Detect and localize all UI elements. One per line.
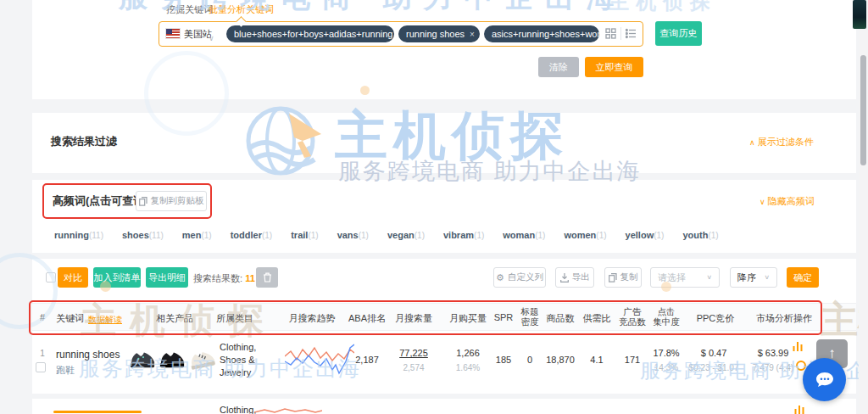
title-density-cell: 0 [517, 355, 542, 365]
highfreq-word[interactable]: women(1) [564, 230, 606, 240]
word-count: (1) [654, 231, 664, 240]
keyword-tag[interactable]: running shoes × [398, 25, 480, 42]
export-button[interactable]: 导出 [555, 267, 594, 288]
product-image [129, 345, 156, 371]
ppc-range-sub: $0.23 - $1.07 [683, 363, 744, 372]
highfreq-word[interactable]: yellow(1) [626, 230, 665, 240]
col-index: # [37, 312, 47, 322]
related-product-images[interactable] [129, 345, 215, 371]
col-keyword[interactable]: 关键词 [56, 312, 84, 325]
col-ad-competitors[interactable]: 广告 竞品数 [616, 306, 648, 327]
chevron-down-icon: ∨ [760, 198, 765, 206]
filter-section-title: 搜索结果过滤 [51, 134, 117, 149]
highfreq-word[interactable]: youth(1) [682, 230, 718, 240]
query-history-button[interactable]: 查询历史 [655, 21, 702, 46]
word-text: vibram [443, 230, 474, 240]
word-count: (1) [535, 231, 545, 240]
word-text: yellow [626, 230, 654, 240]
delete-button[interactable] [256, 267, 278, 288]
result-count: 搜索结果数: 11 [193, 272, 255, 285]
word-count: (1) [308, 231, 318, 240]
export-label: 导出 [572, 271, 590, 283]
word-count: (1) [708, 231, 718, 240]
highfreq-word-list: running(11) shoes(11) men(1) toddler(1) … [54, 230, 719, 240]
col-spr[interactable]: SPR [489, 312, 518, 322]
keyword-tag[interactable]: asics+running+shoes+wome [484, 25, 599, 42]
keyword-tag-label: running shoes [406, 29, 465, 39]
select-all-checkbox[interactable] [46, 272, 56, 283]
sort-field-select[interactable]: 请选择∨ [650, 267, 720, 288]
purchase-volume-cell: 1,266 [442, 348, 493, 358]
row2-keyword-fragment[interactable] [53, 411, 142, 413]
row2-market-analysis-icon[interactable] [793, 406, 805, 414]
col-supply-demand[interactable]: 供需比 [578, 312, 615, 325]
col-purchase-volume[interactable]: 月购买量 [442, 312, 493, 325]
submit-query-button[interactable]: 立即查询 [585, 57, 643, 77]
copy-icon [139, 197, 147, 206]
copy-button[interactable]: 复制 [604, 267, 642, 288]
chat-bubble-icon [815, 371, 835, 389]
row2-category-partial: Clothing, [220, 405, 256, 414]
col-click-concentration[interactable]: 点击 集中度 [650, 306, 682, 327]
row2-sparkline-fragment [254, 408, 322, 414]
product-image [159, 345, 186, 371]
word-text: women [564, 230, 596, 240]
row2-card [32, 399, 856, 414]
clear-button[interactable]: 清除 [538, 57, 579, 77]
ppc-bid-cell: $ 0.47 [690, 348, 737, 358]
col-aba-rank[interactable]: ABA排名 [342, 312, 392, 325]
highfreq-word[interactable]: men(1) [182, 230, 212, 240]
keyword-tag-label: asics+running+shoes+wome [492, 29, 599, 39]
col-product-count[interactable]: 商品数 [542, 312, 579, 325]
highfreq-word[interactable]: vegan(1) [387, 230, 425, 240]
word-count: (11) [89, 231, 103, 240]
col-title-density[interactable]: 标题 密度 [517, 306, 542, 327]
col-search-volume[interactable]: 月搜索量 [388, 312, 439, 325]
batch-edit-icon[interactable] [605, 28, 616, 39]
search-volume-cell[interactable]: 77,225 [388, 348, 439, 358]
word-count: (1) [262, 231, 272, 240]
export-detail-button[interactable]: 导出明细 [146, 267, 188, 288]
word-text: men [182, 230, 202, 240]
word-text: shoes [122, 230, 149, 240]
list-view-icon[interactable] [626, 28, 637, 39]
add-to-list-button[interactable]: 加入到清单 [93, 267, 141, 288]
customize-columns-button[interactable]: ⚙ 自定义列 [493, 267, 546, 288]
scrollbar-thumb[interactable] [860, 55, 866, 165]
highfreq-word[interactable]: shoes(11) [122, 230, 164, 240]
pinned-extension-thumbnail[interactable] [853, 0, 866, 29]
keyword-cell[interactable]: running shoes [56, 349, 120, 361]
highfreq-word[interactable]: toddler(1) [231, 230, 273, 240]
hide-highfreq-toggle[interactable]: ∨ 隐藏高频词 [760, 195, 815, 208]
result-count-label: 搜索结果数: [193, 273, 242, 283]
sort-order-select[interactable]: 降序∨ [730, 267, 777, 288]
highfreq-word[interactable]: running(11) [54, 230, 103, 240]
word-text: vans [337, 230, 359, 240]
col-related-products: 相关产品 [149, 312, 200, 325]
highfreq-word[interactable]: trail(1) [291, 230, 318, 240]
product-image [188, 345, 215, 371]
col-ppc-bid[interactable]: PPC竞价 [693, 312, 737, 325]
word-text: running [54, 230, 89, 240]
copy-clipboard-button[interactable]: 复制到剪贴板 [136, 191, 207, 211]
word-text: woman [503, 230, 535, 240]
col-search-trend[interactable]: 月搜索趋势 [281, 312, 343, 325]
keyword-tag-label: blue+shoes+for+boys+adidas+running [234, 29, 392, 39]
highfreq-word[interactable]: vibram(1) [443, 230, 484, 240]
show-filter-toggle[interactable]: ∧ 展示过滤条件 [749, 136, 814, 148]
tag-remove-icon[interactable]: × [470, 30, 475, 39]
customer-service-button[interactable] [803, 358, 846, 401]
row-checkbox[interactable] [36, 362, 46, 372]
confirm-button[interactable]: 确定 [787, 267, 819, 288]
market-analysis-icon[interactable] [792, 340, 804, 352]
copy-label: 复制 [620, 271, 638, 283]
tab-batch-analysis[interactable]: 批量分析关键词 [209, 3, 274, 16]
highfreq-word[interactable]: vans(1) [337, 230, 369, 240]
data-hint-link[interactable]: 数据解读 [88, 314, 122, 326]
compare-button[interactable]: 对比 [58, 267, 88, 288]
keyword-tag[interactable]: blue+shoes+for+boys+adidas+running × [226, 25, 394, 42]
highfreq-word[interactable]: woman(1) [503, 230, 545, 240]
tab-mine-keywords[interactable]: 挖掘关键词 [166, 3, 213, 16]
us-flag-icon [166, 29, 180, 38]
trash-icon [263, 272, 272, 283]
